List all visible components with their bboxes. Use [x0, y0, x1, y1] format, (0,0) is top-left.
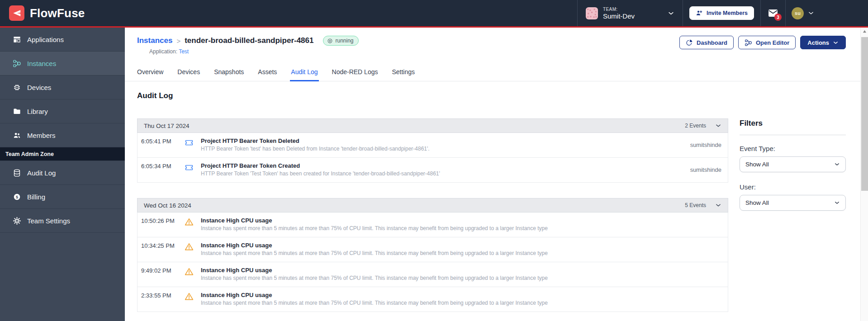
tab-audit-log[interactable]: Audit Log: [291, 68, 318, 81]
event-description: Instance has spent more than 5 minutes a…: [201, 275, 715, 281]
sidebar: Applications Instances Devices Library M…: [0, 28, 125, 321]
event-user: sumitshinde: [684, 166, 721, 173]
event-time: 10:50:26 PM: [141, 217, 185, 231]
page-scrollbar: [860, 28, 868, 321]
breadcrumb-instances-link[interactable]: Instances: [137, 36, 172, 45]
event-title: Instance High CPU usage: [201, 217, 715, 224]
user-filter-label: User:: [740, 183, 846, 191]
sidebar-item-team-settings[interactable]: Team Settings: [0, 209, 125, 233]
sidebar-item-applications[interactable]: Applications: [0, 28, 125, 52]
node-editor-icon: [745, 39, 752, 47]
scrollbar-up-arrow[interactable]: [861, 28, 868, 35]
dashboard-button[interactable]: Dashboard: [679, 36, 734, 49]
actions-button[interactable]: Actions: [800, 36, 846, 49]
sidebar-item-audit-log[interactable]: Audit Log: [0, 161, 125, 185]
event-type-label: Event Type:: [740, 145, 846, 152]
sidebar-item-label: Billing: [27, 193, 45, 201]
group-event-count: 5 Events: [685, 202, 706, 208]
filters-divider: [740, 135, 846, 135]
scrollbar-thumb[interactable]: [861, 37, 868, 191]
event-description: Instance has spent more than 5 minutes a…: [201, 225, 715, 231]
sidebar-item-label: Applications: [27, 36, 64, 43]
tab-snapshots[interactable]: Snapshots: [214, 68, 244, 81]
token-icon: [185, 162, 194, 177]
sidebar-item-billing[interactable]: $ Billing: [0, 185, 125, 209]
team-admin-zone-header: Team Admin Zone: [0, 147, 125, 161]
chevron-down-icon: [715, 123, 721, 129]
chevron-down-icon: [833, 40, 839, 46]
user-avatar: su: [792, 7, 804, 19]
sidebar-item-label: Instances: [27, 60, 56, 67]
audit-group-header[interactable]: Thu Oct 17 2024 2 Events: [137, 118, 728, 133]
chevron-down-icon: [808, 10, 814, 16]
applications-icon: [13, 35, 21, 44]
filters-panel: Filters Event Type: Show All User: Show …: [740, 81, 846, 312]
event-time: 6:05:41 PM: [141, 137, 185, 152]
event-type-select[interactable]: Show All: [740, 156, 846, 172]
flowfuse-logo-icon: [9, 5, 24, 21]
audit-event-row: 10:34:25 PM Instance High CPU usage Inst…: [138, 237, 728, 262]
audit-event-row: 6:05:34 PM Project HTTP Bearer Token Cre…: [138, 158, 728, 182]
event-time: 10:34:25 PM: [141, 242, 185, 256]
user-plus-icon: [696, 9, 703, 17]
library-icon: [13, 107, 21, 116]
application-label: Application:: [149, 48, 177, 55]
event-description: Instance has spent more than 5 minutes a…: [201, 300, 715, 306]
user-filter-select[interactable]: Show All: [740, 195, 846, 211]
audit-event-row: 6:05:41 PM Project HTTP Bearer Token Del…: [138, 133, 728, 158]
sidebar-item-library[interactable]: Library: [0, 99, 125, 123]
team-selector[interactable]: TEAM: Sumit-Dev: [578, 0, 683, 26]
breadcrumb: Instances > tender-broad-billed-sandpipe…: [137, 36, 359, 46]
tab-settings[interactable]: Settings: [392, 68, 415, 81]
tab-overview[interactable]: Overview: [137, 68, 163, 81]
sidebar-item-members[interactable]: Members: [0, 123, 125, 147]
open-editor-button[interactable]: Open Editor: [738, 36, 796, 49]
event-title: Instance High CPU usage: [201, 292, 715, 298]
audit-event-row: 10:50:26 PM Instance High CPU usage Inst…: [138, 212, 728, 237]
event-title: Instance High CPU usage: [201, 242, 715, 249]
sidebar-item-label: Team Settings: [27, 217, 70, 225]
event-description: Instance has spent more than 5 minutes a…: [201, 250, 715, 256]
group-event-count: 2 Events: [685, 123, 706, 129]
members-icon: [13, 131, 21, 140]
tab-node-red-logs[interactable]: Node-RED Logs: [332, 68, 378, 81]
event-description: HTTP Bearer Token 'Test Token' has been …: [201, 170, 684, 177]
warning-icon: [185, 217, 194, 231]
user-menu[interactable]: su: [786, 0, 820, 26]
token-icon: [185, 137, 194, 152]
warning-icon: [185, 292, 194, 306]
audit-event-row: 9:49:02 PM Instance High CPU usage Insta…: [138, 262, 728, 287]
billing-icon: $: [13, 193, 21, 201]
invite-members-label: Invite Members: [707, 10, 748, 16]
page-title: Audit Log: [137, 91, 728, 100]
audit-group-header[interactable]: Wed Oct 16 2024 5 Events: [137, 198, 728, 212]
warning-icon: [185, 242, 194, 256]
tab-assets[interactable]: Assets: [258, 68, 277, 81]
team-label: TEAM:: [603, 7, 635, 12]
team-settings-icon: [13, 217, 21, 225]
event-time: 9:49:02 PM: [141, 267, 185, 281]
sidebar-item-label: Audit Log: [27, 169, 56, 177]
event-time: 2:33:55 PM: [141, 292, 185, 306]
notifications-button[interactable]: 3: [768, 9, 778, 17]
sidebar-item-devices[interactable]: Devices: [0, 76, 125, 99]
flowfuse-logo[interactable]: FlowFuse: [0, 5, 85, 21]
status-badge: running: [323, 36, 358, 46]
main-content: Instances > tender-broad-billed-sandpipe…: [125, 28, 868, 321]
brand-name: FlowFuse: [30, 6, 85, 20]
sidebar-item-instances[interactable]: Instances: [0, 52, 125, 76]
team-name: Sumit-Dev: [603, 12, 635, 20]
event-time: 6:05:34 PM: [141, 162, 185, 177]
application-link[interactable]: Test: [179, 48, 189, 55]
sidebar-item-label: Members: [27, 132, 56, 139]
tab-devices[interactable]: Devices: [177, 68, 200, 81]
group-date: Wed Oct 16 2024: [144, 202, 191, 209]
instance-name: tender-broad-billed-sandpiper-4861: [185, 36, 313, 45]
event-user: sumitshinde: [684, 142, 721, 148]
warning-icon: [185, 267, 194, 281]
dashboard-pie-icon: [686, 39, 693, 46]
team-admin-zone-label: Team Admin Zone: [5, 151, 54, 157]
invite-members-button[interactable]: Invite Members: [689, 6, 754, 20]
event-title: Project HTTP Bearer Token Deleted: [201, 137, 684, 144]
chevron-down-icon: [668, 10, 674, 17]
